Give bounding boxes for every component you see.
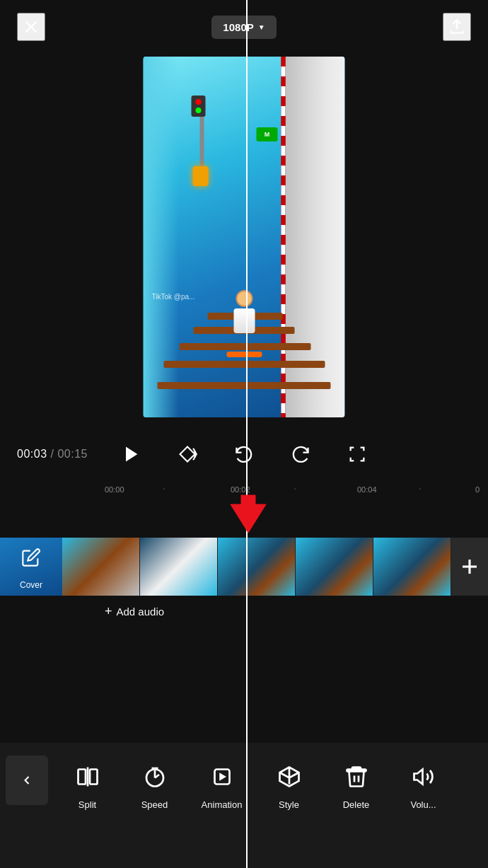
volume-icon <box>407 760 441 794</box>
svg-rect-10 <box>90 770 98 785</box>
animation-label: Animation <box>202 799 243 810</box>
toolbar-item-delete[interactable]: Delete <box>323 756 390 814</box>
svg-marker-3 <box>180 447 195 462</box>
export-button[interactable] <box>443 13 471 41</box>
strip-frame-2 <box>140 538 218 596</box>
split-label: Split <box>79 799 96 810</box>
toolbar-item-animation[interactable]: Animation <box>188 756 255 814</box>
style-label: Style <box>279 799 299 810</box>
close-button[interactable] <box>17 13 45 41</box>
toolbar-item-volume[interactable]: Volu... <box>390 756 457 814</box>
strip-frame-5 <box>373 538 451 596</box>
svg-rect-9 <box>78 770 86 785</box>
delete-icon <box>339 760 373 794</box>
strip-frame-1 <box>62 538 140 596</box>
header: 1080P ▼ <box>0 0 488 54</box>
current-time: 00:03 <box>17 448 47 460</box>
svg-marker-20 <box>414 770 422 785</box>
redo-button[interactable] <box>286 440 315 468</box>
svg-marker-6 <box>231 495 266 533</box>
toolbar-item-split[interactable]: Split <box>54 756 121 814</box>
style-icon <box>272 760 306 794</box>
chevron-down-icon: ▼ <box>258 23 265 31</box>
playhead <box>246 0 248 868</box>
cover-thumbnail[interactable]: Cover <box>0 538 62 596</box>
play-button[interactable] <box>117 440 145 468</box>
time-display: 00:03 / 00:15 <box>17 448 88 461</box>
red-arrow <box>223 494 273 539</box>
ruler-mark-2: 00:04 <box>357 485 377 494</box>
video-clip-strip[interactable]: 12.2s 1.4x <box>62 538 451 596</box>
add-audio-label: Add audio <box>117 606 165 618</box>
edit-icon <box>21 548 41 570</box>
toolbar-item-style[interactable]: Style <box>255 756 323 814</box>
game-character <box>223 290 265 347</box>
keyframe-button[interactable] <box>173 440 202 468</box>
toolbar-item-speed[interactable]: Speed <box>121 756 188 814</box>
track-container: Cover 12.2s 1.4x <box>0 538 488 596</box>
svg-marker-15 <box>220 774 226 780</box>
strip-frame-3 <box>218 538 296 596</box>
tiktok-watermark: TikTok @pa... <box>152 293 195 301</box>
total-time: 00:15 <box>57 448 88 460</box>
svg-rect-17 <box>352 768 361 770</box>
fullscreen-button[interactable] <box>343 440 371 468</box>
svg-marker-2 <box>126 447 137 462</box>
split-icon <box>71 760 105 794</box>
back-button[interactable] <box>6 756 48 805</box>
ruler-dot-1: · <box>294 482 296 494</box>
volume-label: Volu... <box>410 799 436 810</box>
resolution-button[interactable]: 1080P ▼ <box>211 16 276 39</box>
undo-button[interactable] <box>230 440 258 468</box>
subway-sign: M <box>257 127 278 141</box>
video-preview: M TikTok @pa... <box>144 57 345 417</box>
plus-icon: + <box>105 604 112 619</box>
ruler-dot-2: · <box>419 482 422 494</box>
delete-label: Delete <box>343 799 370 810</box>
speed-label: Speed <box>141 799 168 810</box>
time-separator: / <box>47 448 58 460</box>
ruler-mark-3: 0 <box>475 485 480 494</box>
add-audio-button[interactable]: + Add audio <box>105 600 164 623</box>
bottom-toolbar: Split Speed Animation Style <box>0 743 488 868</box>
animation-icon <box>205 760 239 794</box>
ruler-dot-0: · <box>163 482 165 494</box>
strip-frame-4 <box>296 538 373 596</box>
cover-label: Cover <box>20 580 42 590</box>
speed-icon <box>138 760 172 794</box>
resolution-label: 1080P <box>223 21 253 33</box>
toolbar-items: Split Speed Animation Style <box>54 756 488 814</box>
ruler-mark-0: 00:00 <box>105 485 124 494</box>
playback-controls: 00:03 / 00:15 <box>0 432 488 477</box>
add-clip-button[interactable] <box>451 538 488 596</box>
